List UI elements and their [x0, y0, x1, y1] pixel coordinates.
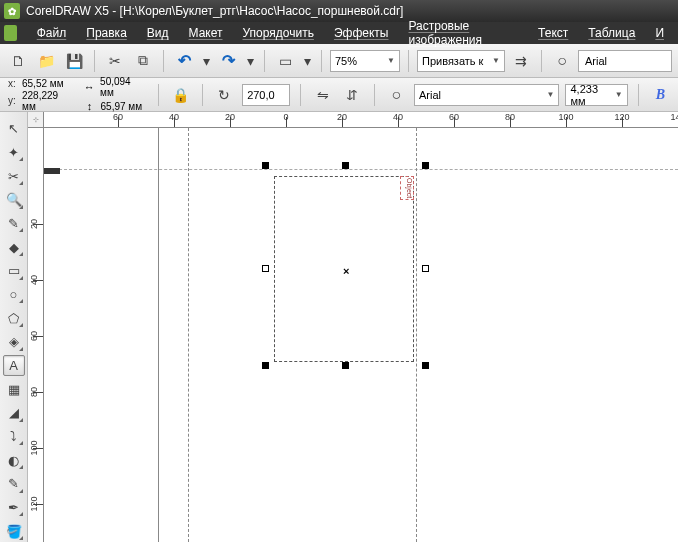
vertical-guide-1[interactable]: [188, 128, 189, 542]
dimension-tool[interactable]: ◢: [3, 402, 25, 424]
toolbox: ↖ ✦ ✂ 🔍 ✎ ◆ ▭ ○ ⬠ ◈ A ▦ ◢ ⤵ ◐ ✎ ✒ 🪣: [0, 112, 28, 542]
interactive-tool[interactable]: ◐: [3, 449, 25, 471]
menu-table[interactable]: Таблица: [578, 26, 645, 40]
selection-handle-n[interactable]: [342, 162, 349, 169]
horizontal-ruler[interactable]: 60 40 20 0 20 40 60 80 100 120 140: [44, 112, 678, 128]
selection-handle-w[interactable]: [262, 265, 269, 272]
font-selector-1[interactable]: Arial: [578, 50, 672, 72]
rectangle-tool[interactable]: ▭: [3, 260, 25, 282]
basic-shapes-tool[interactable]: ◈: [3, 331, 25, 353]
zoom-dropdown[interactable]: 75%▼: [330, 50, 400, 72]
document-icon: [4, 25, 17, 41]
freehand-tool[interactable]: ✎: [3, 213, 25, 235]
menu-arrange[interactable]: Упорядочить: [233, 26, 324, 40]
menu-edit[interactable]: Правка: [76, 26, 137, 40]
menu-layout[interactable]: Макет: [179, 26, 233, 40]
rotation-input[interactable]: [242, 84, 290, 106]
canvas[interactable]: ⊹ 60 40 20 0 20 40 60 80 100 120 140 20 …: [28, 112, 678, 542]
undo-button[interactable]: ↶: [172, 49, 196, 73]
shape-tool[interactable]: ✦: [3, 142, 25, 164]
eyedropper-tool[interactable]: ✎: [3, 473, 25, 495]
property-bar: x: 65,52 мм y: 228,229 мм ↔ 50,094 мм ↕ …: [0, 78, 678, 112]
ruler-origin[interactable]: ⊹: [28, 112, 44, 128]
text-tool[interactable]: A: [3, 355, 25, 377]
coordinate-display: x: 65,52 мм y: 228,229 мм: [6, 78, 75, 112]
selection-handle-nw[interactable]: [262, 162, 269, 169]
mirror-h-button[interactable]: ⇋: [311, 83, 334, 107]
pick-tool[interactable]: ↖: [3, 118, 25, 140]
crop-tool[interactable]: ✂: [3, 165, 25, 187]
new-button[interactable]: 🗋: [6, 49, 30, 73]
open-button[interactable]: 📁: [34, 49, 58, 73]
menu-effects[interactable]: Эффекты: [324, 26, 399, 40]
window-title: CorelDRAW X5 - [H:\Корел\Буклет_ртг\Насо…: [26, 4, 403, 18]
menu-file[interactable]: Файл: [27, 26, 77, 40]
selection-handle-ne[interactable]: [422, 162, 429, 169]
bold-button[interactable]: B: [649, 83, 672, 107]
menu-view[interactable]: Вид: [137, 26, 179, 40]
page-top-guide: [44, 169, 678, 170]
vertical-guide-2[interactable]: [416, 128, 417, 542]
selection-handle-sw[interactable]: [262, 362, 269, 369]
page-boundary: [158, 128, 159, 542]
selection-handle-se[interactable]: [422, 362, 429, 369]
coord-x-value: 65,52 мм: [22, 78, 64, 89]
table-tool[interactable]: ▦: [3, 378, 25, 400]
zoom-tool[interactable]: 🔍: [3, 189, 25, 211]
font-size-dropdown[interactable]: 4,233 мм▼: [565, 84, 627, 106]
selection-handle-s[interactable]: [342, 362, 349, 369]
menu-bitmaps[interactable]: Растровые изображения: [398, 19, 528, 47]
height-value: 65,97 мм: [101, 101, 143, 112]
fill-tool[interactable]: 🪣: [3, 520, 25, 542]
redo-dropdown[interactable]: ▾: [244, 49, 256, 73]
connector-tool[interactable]: ⤵: [3, 426, 25, 448]
workspace: ↖ ✦ ✂ 🔍 ✎ ◆ ▭ ○ ⬠ ◈ A ▦ ◢ ⤵ ◐ ✎ ✒ 🪣 ⊹ 60…: [0, 112, 678, 542]
save-button[interactable]: 💾: [62, 49, 86, 73]
smart-fill-tool[interactable]: ◆: [3, 236, 25, 258]
lock-ratio-button[interactable]: 🔒: [169, 83, 192, 107]
undo-dropdown[interactable]: ▾: [200, 49, 212, 73]
import-dropdown[interactable]: ▾: [301, 49, 313, 73]
copy-button[interactable]: ⧉: [131, 49, 155, 73]
font-circle-icon-2: ○: [385, 83, 408, 107]
cut-button[interactable]: ✂: [103, 49, 127, 73]
snap-options-button[interactable]: ⇉: [509, 49, 533, 73]
width-icon: ↔: [83, 80, 97, 94]
width-value: 50,094 мм: [100, 76, 146, 98]
dimension-display: ↔ 50,094 мм ↕ 65,97 мм: [81, 76, 148, 113]
ellipse-tool[interactable]: ○: [3, 284, 25, 306]
polygon-tool[interactable]: ⬠: [3, 307, 25, 329]
selection-center[interactable]: ×: [343, 265, 350, 272]
window-titlebar: ✿ CorelDRAW X5 - [H:\Корел\Буклет_ртг\На…: [0, 0, 678, 22]
selection-handle-e[interactable]: [422, 265, 429, 272]
rotate-icon: ↻: [213, 83, 236, 107]
outline-tool[interactable]: ✒: [3, 497, 25, 519]
vertical-ruler[interactable]: 20 40 60 80 100 120: [28, 128, 44, 542]
page-shadow: [44, 168, 60, 174]
menubar: Файл Правка Вид Макет Упорядочить Эффект…: [0, 22, 678, 44]
mirror-v-button[interactable]: ⇵: [340, 83, 363, 107]
coord-y-value: 228,229 мм: [22, 90, 73, 112]
standard-toolbar: 🗋 📁 💾 ✂ ⧉ ↶ ▾ ↷ ▾ ▭ ▾ 75%▼ Привязать к▼ …: [0, 44, 678, 78]
redo-button[interactable]: ↷: [216, 49, 240, 73]
import-button[interactable]: ▭: [273, 49, 297, 73]
font-selector-2[interactable]: Arial▼: [414, 84, 560, 106]
menu-text[interactable]: Текст: [528, 26, 578, 40]
menu-tools[interactable]: И: [645, 26, 674, 40]
height-icon: ↕: [83, 99, 97, 113]
snap-dropdown[interactable]: Привязать к▼: [417, 50, 505, 72]
app-icon: ✿: [4, 3, 20, 19]
text-object-marker[interactable]: Object: [400, 176, 414, 200]
font-circle-icon: ○: [550, 49, 574, 73]
